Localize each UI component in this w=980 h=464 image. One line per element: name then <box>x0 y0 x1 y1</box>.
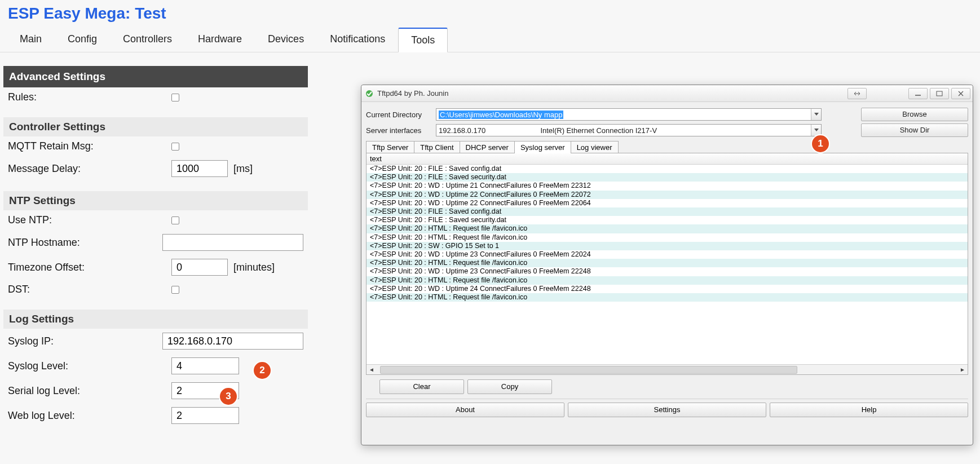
log-line[interactable]: <7>ESP Unit: 20 : HTML : Request file /f… <box>367 293 968 302</box>
tab-tools[interactable]: Tools <box>398 28 448 52</box>
log-line[interactable]: <7>ESP Unit: 20 : WD : Uptime 22 Connect… <box>367 191 968 199</box>
scroll-right-icon[interactable]: ► <box>957 365 968 375</box>
section-advanced: Advanced Settings <box>3 66 308 87</box>
syslog-list[interactable]: text <7>ESP Unit: 20 : FILE : Saved conf… <box>366 153 968 375</box>
detach-button[interactable] <box>847 88 867 99</box>
scroll-left-icon[interactable]: ◄ <box>367 365 377 375</box>
log-line[interactable]: <7>ESP Unit: 20 : SW : GPIO 15 Set to 1 <box>367 242 968 250</box>
tftpd-tab-tftp-client[interactable]: Tftp Client <box>414 141 460 153</box>
log-line[interactable]: <7>ESP Unit: 20 : HTML : Request file /f… <box>367 224 968 233</box>
svg-rect-1 <box>937 91 942 96</box>
showdir-button[interactable]: Show Dir <box>861 123 968 137</box>
mqtt-retain-checkbox[interactable] <box>171 143 179 151</box>
close-button[interactable] <box>951 88 970 99</box>
log-line[interactable]: <7>ESP Unit: 20 : WD : Uptime 21 Connect… <box>367 182 968 190</box>
current-directory-value: C:\Users\jimwes\Downloads\Ny mapp <box>439 111 563 119</box>
log-line[interactable]: <7>ESP Unit: 20 : FILE : Saved security.… <box>367 216 968 224</box>
annotation-marker-3: 3 <box>220 388 237 405</box>
server-interfaces-value: 192.168.0.170 Intel(R) Ethernet Connecti… <box>439 126 657 135</box>
syslog-ip-input[interactable] <box>162 333 303 350</box>
message-delay-input[interactable] <box>171 160 228 177</box>
tab-bar: MainConfigControllersHardwareDevicesNoti… <box>0 27 980 52</box>
label-syslog-level: Syslog Level: <box>8 360 171 372</box>
section-ntp: NTP Settings <box>3 191 308 210</box>
maximize-button[interactable] <box>930 88 949 99</box>
window-title: Tftpd64 by Ph. Jounin <box>377 89 847 98</box>
label-syslog-ip: Syslog IP: <box>8 335 162 347</box>
tab-hardware[interactable]: Hardware <box>185 27 255 52</box>
label-message-delay: Message Delay: <box>8 163 171 175</box>
log-line[interactable]: <7>ESP Unit: 20 : WD : Uptime 24 Connect… <box>367 285 968 293</box>
log-line[interactable]: <7>ESP Unit: 20 : WD : Uptime 23 Connect… <box>367 250 968 259</box>
tftpd-tab-syslog-server[interactable]: Syslog server <box>514 141 571 153</box>
log-line[interactable]: <7>ESP Unit: 20 : WD : Uptime 22 Connect… <box>367 199 968 207</box>
chevron-down-icon <box>811 109 821 120</box>
tftpd-tab-log-viewer[interactable]: Log viewer <box>571 141 619 153</box>
page-title: ESP Easy Mega: Test <box>0 0 980 23</box>
unit-ms: [ms] <box>233 163 253 175</box>
annotation-marker-2: 2 <box>254 362 271 379</box>
server-interfaces-combo[interactable]: 192.168.0.170 Intel(R) Ethernet Connecti… <box>436 124 822 136</box>
tab-config[interactable]: Config <box>55 27 110 52</box>
label-timezone-offset: Timezone Offset: <box>8 262 171 273</box>
log-line[interactable]: <7>ESP Unit: 20 : HTML : Request file /f… <box>367 276 968 285</box>
web-log-level-input[interactable] <box>171 407 239 424</box>
label-dst: DST: <box>8 284 171 295</box>
label-server-interfaces: Server interfaces <box>366 126 436 135</box>
section-controller: Controller Settings <box>3 117 308 136</box>
label-mqtt-retain: MQTT Retain Msg: <box>8 140 171 152</box>
dst-checkbox[interactable] <box>171 286 179 294</box>
log-line[interactable]: <7>ESP Unit: 20 : HTML : Request file /f… <box>367 259 968 267</box>
minimize-button[interactable] <box>908 88 928 99</box>
annotation-marker-1: 1 <box>812 135 829 152</box>
list-column-text[interactable]: text <box>367 153 968 165</box>
tftpd-window[interactable]: Tftpd64 by Ph. Jounin Current Directory … <box>361 85 973 445</box>
ntp-hostname-input[interactable] <box>162 234 303 251</box>
label-serial-log-level: Serial log Level: <box>8 385 171 397</box>
log-line[interactable]: <7>ESP Unit: 20 : FILE : Saved config.da… <box>367 207 968 216</box>
unit-minutes: [minutes] <box>233 262 275 273</box>
horizontal-scrollbar[interactable]: ◄ ► <box>367 364 968 374</box>
chevron-down-icon <box>811 125 821 136</box>
svg-point-0 <box>366 90 373 97</box>
label-ntp-hostname: NTP Hostname: <box>8 237 162 249</box>
about-button[interactable]: About <box>366 403 564 417</box>
help-button[interactable]: Help <box>770 403 968 417</box>
syslog-level-input[interactable] <box>171 357 239 374</box>
app-icon <box>365 89 374 98</box>
settings-button[interactable]: Settings <box>568 403 766 417</box>
label-current-directory: Current Directory <box>366 111 436 119</box>
label-rules: Rules: <box>8 91 171 103</box>
tab-controllers[interactable]: Controllers <box>110 27 185 52</box>
rules-checkbox[interactable] <box>171 94 179 101</box>
section-log: Log Settings <box>3 310 308 329</box>
tab-devices[interactable]: Devices <box>255 27 317 52</box>
browse-button[interactable]: Browse <box>861 108 968 121</box>
clear-button[interactable]: Clear <box>379 379 464 394</box>
tftpd-tab-dhcp-server[interactable]: DHCP server <box>460 141 515 153</box>
copy-button[interactable]: Copy <box>467 379 552 394</box>
log-line[interactable]: <7>ESP Unit: 20 : WD : Uptime 23 Connect… <box>367 267 968 276</box>
label-use-ntp: Use NTP: <box>8 214 171 226</box>
tftpd-tab-tftp-server[interactable]: Tftp Server <box>366 141 414 153</box>
use-ntp-checkbox[interactable] <box>171 216 179 224</box>
label-web-log-level: Web log Level: <box>8 410 171 422</box>
log-line[interactable]: <7>ESP Unit: 20 : FILE : Saved security.… <box>367 173 968 182</box>
timezone-offset-input[interactable] <box>171 259 228 276</box>
tab-notifications[interactable]: Notifications <box>317 27 398 52</box>
log-line[interactable]: <7>ESP Unit: 20 : HTML : Request file /f… <box>367 233 968 242</box>
log-line[interactable]: <7>ESP Unit: 20 : FILE : Saved config.da… <box>367 165 968 173</box>
tab-main[interactable]: Main <box>7 27 55 52</box>
current-directory-combo[interactable]: C:\Users\jimwes\Downloads\Ny mapp <box>436 108 822 121</box>
scrollbar-thumb[interactable] <box>380 366 797 374</box>
